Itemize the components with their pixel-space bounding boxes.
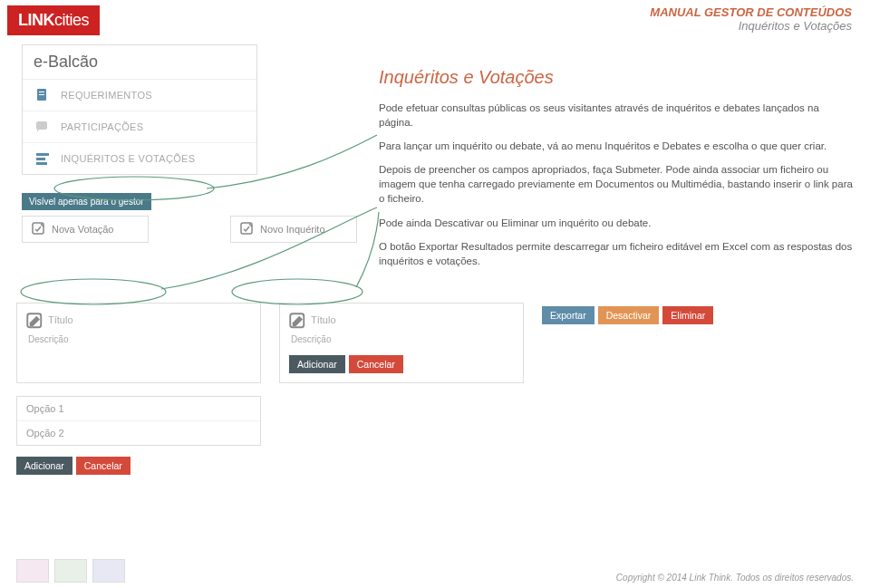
checkbox-edit-icon [240, 222, 255, 236]
sidebar-heading: e-Balcão [23, 45, 256, 80]
descricao-input[interactable]: Descrição [28, 334, 251, 344]
sidebar-ebalcao: e-Balcão REQUERIMENTOS PARTICIPAÇÕES INQ… [22, 44, 257, 175]
qren-logo [54, 559, 87, 583]
adicionar-button[interactable]: Adicionar [16, 457, 72, 475]
ue-logo [92, 559, 125, 583]
nova-votacao-label: Nova Votação [52, 224, 114, 235]
svg-rect-2 [39, 94, 44, 95]
votacao-form-card: Título Descrição [16, 303, 261, 383]
novo-inquerito-button[interactable]: Novo Inquérito [230, 216, 357, 243]
sidebar-item-label: INQUÉRITOS E VOTAÇÕES [61, 153, 195, 164]
article-p4: Pode ainda Descativar ou Eliminar um inq… [379, 216, 854, 230]
article-p5: O botão Exportar Resultados permite desc… [379, 239, 854, 268]
svg-rect-5 [36, 158, 45, 160]
descricao-input[interactable]: Descrição [291, 334, 514, 344]
checkbox-edit-icon [32, 222, 46, 236]
manual-subtitle: Inquéritos e Votações [650, 19, 852, 33]
edit-icon [26, 313, 41, 327]
titulo-input[interactable]: Título [48, 314, 251, 325]
cancelar-button[interactable]: Cancelar [349, 355, 403, 373]
article-p1: Pode efetuar consultas públicas os seus … [379, 101, 854, 130]
svg-rect-3 [36, 121, 47, 130]
por-lisboa-logo [16, 559, 49, 583]
adicionar-button[interactable]: Adicionar [289, 355, 345, 373]
article-p3: Depois de preencher os campos apropriado… [379, 162, 854, 206]
svg-rect-6 [36, 162, 47, 165]
brand-logo: LINKcities [7, 5, 100, 35]
eliminar-button[interactable]: Eliminar [662, 306, 713, 324]
svg-point-11 [232, 279, 362, 304]
sidebar-item-label: REQUERIMENTOS [61, 90, 152, 101]
svg-rect-1 [39, 92, 44, 92]
svg-rect-4 [36, 153, 49, 156]
gestor-only-badge: Visível apenas para o gestor [22, 193, 151, 210]
copyright-text: Copyright © 2014 Link Think. Todos os di… [616, 573, 854, 583]
sidebar-item-inqueritos[interactable]: INQUÉRITOS E VOTAÇÕES [23, 143, 256, 174]
opcoes-card: Opção 1 Opção 2 [16, 396, 261, 446]
inquerito-form-card: Título Descrição Adicionar Cancelar [279, 303, 524, 383]
sidebar-item-participacoes[interactable]: PARTICIPAÇÕES [23, 111, 256, 143]
nova-votacao-button[interactable]: Nova Votação [22, 216, 149, 243]
document-icon [34, 87, 52, 103]
edit-icon [289, 313, 304, 327]
opcao-row[interactable]: Opção 2 [17, 421, 260, 445]
footer-logos [16, 559, 125, 583]
svg-point-10 [21, 279, 166, 304]
cancelar-button[interactable]: Cancelar [76, 457, 130, 475]
article-title: Inquéritos e Votações [379, 67, 854, 88]
bars-icon [34, 150, 52, 167]
sidebar-item-label: PARTICIPAÇÕES [61, 121, 143, 132]
titulo-input[interactable]: Título [311, 314, 514, 325]
opcao-row[interactable]: Opção 1 [17, 397, 260, 421]
chat-icon [34, 119, 52, 135]
exportar-button[interactable]: Exportar [542, 306, 594, 324]
manual-title: MANUAL GESTOR DE CONTEÚDOS [650, 5, 852, 19]
sidebar-item-requerimentos[interactable]: REQUERIMENTOS [23, 80, 256, 111]
article-p2: Para lançar um inquérito ou debate, vá a… [379, 139, 854, 153]
novo-inquerito-label: Novo Inquérito [260, 224, 325, 235]
desactivar-button[interactable]: Desactivar [598, 306, 660, 324]
